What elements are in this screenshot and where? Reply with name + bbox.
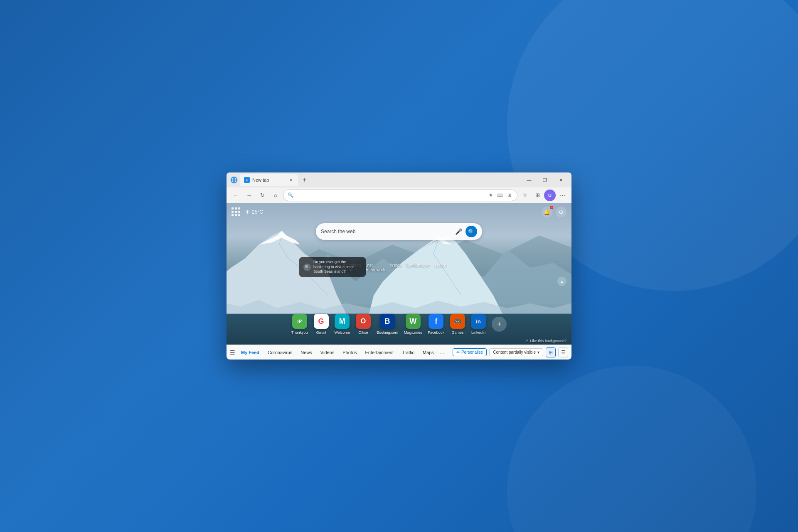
shortcut-icon-linkedin: in xyxy=(471,314,486,329)
shortcut-label-facebook: Facebook xyxy=(428,330,444,335)
like-icon: ↗ xyxy=(525,339,528,343)
profile-button[interactable]: U xyxy=(544,190,556,201)
shortcut-thankyou[interactable]: IP Thankyou xyxy=(291,314,308,335)
collections-nav-button[interactable]: ⊞ xyxy=(532,190,543,201)
dropdown-arrow-icon: ▾ xyxy=(537,350,539,355)
bottom-menu-button[interactable]: ☰ xyxy=(230,349,235,356)
bottom-right-controls: ✏ Personalise Content partially visible … xyxy=(453,347,568,357)
weather-icon: ☀ xyxy=(245,209,250,215)
shortcut-icon-facebook: f xyxy=(429,314,443,329)
search-container: Search the web 🎤 🔍 download chrome .net … xyxy=(316,223,482,240)
shortcut-icon-office: O xyxy=(356,314,371,329)
weather-temp: 25°C xyxy=(252,209,263,215)
active-tab[interactable]: e New tab ✕ xyxy=(240,174,298,186)
shortcut-magazines[interactable]: W Magazines xyxy=(404,314,422,335)
shortcut-office[interactable]: O Office xyxy=(356,314,371,335)
scroll-up-button[interactable]: ▲ xyxy=(557,277,566,286)
title-bar: e New tab ✕ + — ❐ ✕ xyxy=(227,172,571,187)
svg-text:e: e xyxy=(246,178,248,182)
shortcut-gmail[interactable]: G Gmail xyxy=(314,314,329,335)
favorites-icon[interactable]: ★ xyxy=(487,192,495,199)
tab-label: New tab xyxy=(252,177,286,182)
voice-search-button[interactable]: 🎤 xyxy=(455,228,462,235)
bottom-nav-videos[interactable]: Videos xyxy=(318,348,337,357)
shortcut-icon-thankyou: IP xyxy=(292,314,307,329)
tabs-area: e New tab ✕ + xyxy=(240,174,310,186)
shortcut-icon-games: 🎮 xyxy=(450,314,465,329)
search-bar[interactable]: Search the web 🎤 🔍 xyxy=(316,223,482,240)
list-view-button[interactable]: ☰ xyxy=(558,347,568,357)
forward-button[interactable]: → xyxy=(243,190,255,201)
shortcut-icon-booking: B xyxy=(380,314,395,329)
new-tab-button[interactable]: + xyxy=(299,174,310,186)
nav-right-icons: ☆ ⊞ U ⋯ xyxy=(519,190,568,201)
bottom-nav-maps[interactable]: Maps xyxy=(420,348,436,357)
newtab-settings-button[interactable]: ⚙ xyxy=(556,207,566,217)
content-visibility-button[interactable]: Content partially visible ▾ xyxy=(489,348,543,356)
trivia-popup[interactable]: 🔍 Do you ever get the hankering to visit… xyxy=(299,257,366,277)
browser-app-icon xyxy=(230,176,238,184)
shortcut-booking[interactable]: B Booking.com xyxy=(377,314,398,335)
bottom-nav-more-button[interactable]: ... xyxy=(440,349,444,355)
grid-view-button[interactable]: ⊞ xyxy=(546,347,556,357)
favorites-nav-button[interactable]: ☆ xyxy=(519,190,531,201)
bottom-nav-entertainment[interactable]: Entertainment xyxy=(363,348,396,357)
quick-link-4[interactable]: steam xyxy=(435,263,446,272)
tab-close-button[interactable]: ✕ xyxy=(288,177,294,183)
search-submit-button[interactable]: 🔍 xyxy=(466,226,477,237)
collections-icon[interactable]: ⊞ xyxy=(505,192,513,199)
search-placeholder: Search the web xyxy=(321,229,452,234)
trivia-text: Do you ever get the hankering to visit a… xyxy=(313,260,362,274)
trivia-icon: 🔍 xyxy=(303,264,311,271)
shortcut-linkedin[interactable]: in LinkedIn xyxy=(471,314,486,335)
bottom-nav-traffic[interactable]: Traffic xyxy=(399,348,417,357)
quick-links-more[interactable]: ... xyxy=(451,263,455,272)
newtab-right-icons: 🔔 ⚙ xyxy=(542,207,566,217)
title-bar-left: e New tab ✕ + xyxy=(230,174,310,186)
bottom-nav-news[interactable]: News xyxy=(298,348,315,357)
tab-favicon: e xyxy=(244,177,250,183)
shortcut-label-welcome: Welcome xyxy=(335,330,350,335)
notifications-button[interactable]: 🔔 xyxy=(542,207,552,217)
address-right-icons: ★ 📖 ⊞ xyxy=(487,192,513,199)
new-tab-page: ☀ 25°C 🔔 ⚙ Search the web 🎤 xyxy=(227,203,571,360)
close-button[interactable]: ✕ xyxy=(553,174,568,186)
shortcut-label-games: Games xyxy=(451,330,463,335)
weather-widget[interactable]: ☀ 25°C xyxy=(245,209,263,215)
address-search-icon: 🔍 xyxy=(288,192,293,198)
shortcut-games[interactable]: 🎮 Games xyxy=(450,314,465,335)
home-button[interactable]: ⌂ xyxy=(270,190,281,201)
shortcut-label-gmail: Gmail xyxy=(316,330,326,335)
shortcut-welcome[interactable]: M Welcome xyxy=(335,314,350,335)
apps-grid-button[interactable] xyxy=(232,207,241,217)
shortcut-icon-welcome: M xyxy=(335,314,350,329)
bottom-nav-photos[interactable]: Photos xyxy=(340,348,359,357)
reading-mode-icon[interactable]: 📖 xyxy=(496,192,504,199)
bottom-nav-coronavirus[interactable]: Coronavirus xyxy=(265,348,295,357)
nav-bar: ← → ↻ ⌂ 🔍 ★ 📖 ⊞ ☆ ⊞ U ⋯ xyxy=(227,187,571,203)
quick-link-1[interactable]: .net framework xyxy=(366,263,385,272)
app-shortcuts: IP Thankyou G Gmail M Welcome O Office B… xyxy=(291,314,507,335)
settings-more-button[interactable]: ⋯ xyxy=(557,190,568,201)
shortcut-icon-gmail: G xyxy=(314,314,329,329)
shortcut-label-booking: Booking.com xyxy=(377,330,398,335)
browser-window: e New tab ✕ + — ❐ ✕ ← → ↻ ⌂ 🔍 ★ xyxy=(227,172,571,360)
minimize-button[interactable]: — xyxy=(522,174,537,186)
bottom-nav-my-feed[interactable]: My Feed xyxy=(239,348,262,357)
shortcut-facebook[interactable]: f Facebook xyxy=(428,314,444,335)
personalise-button[interactable]: ✏ Personalise xyxy=(453,348,487,356)
notification-badge xyxy=(550,206,553,209)
back-button[interactable]: ← xyxy=(230,190,241,201)
shortcut-label-linkedin: LinkedIn xyxy=(471,330,485,335)
quick-link-3[interactable]: LanManager xyxy=(406,263,430,272)
content-visibility-label: Content partially visible xyxy=(493,350,536,355)
like-background-button[interactable]: ↗ Like this background? xyxy=(525,339,566,343)
refresh-button[interactable]: ↻ xyxy=(256,190,268,201)
quick-link-2[interactable]: firefox xyxy=(390,263,401,272)
personalise-label: Personalise xyxy=(461,350,483,355)
address-bar[interactable]: 🔍 ★ 📖 ⊞ xyxy=(283,190,517,201)
add-shortcut-button[interactable]: + xyxy=(492,317,507,332)
shortcut-icon-magazines: W xyxy=(406,314,421,329)
newtab-topbar: ☀ 25°C 🔔 ⚙ xyxy=(232,207,566,217)
restore-button[interactable]: ❐ xyxy=(537,174,552,186)
